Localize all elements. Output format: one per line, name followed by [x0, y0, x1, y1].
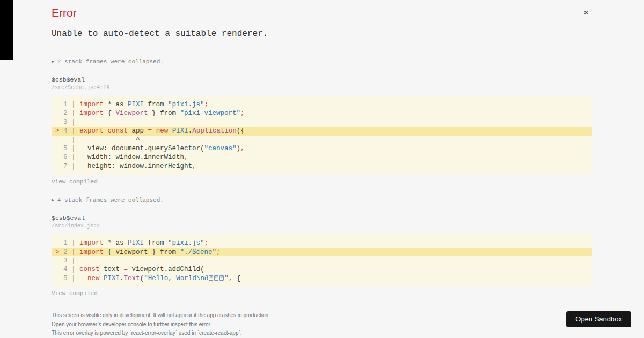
close-icon: × — [583, 8, 589, 18]
code-token: } from — [148, 109, 180, 117]
code-token: * as — [104, 239, 128, 247]
code-token: Application — [192, 127, 237, 135]
code-line: 3 | — [52, 256, 592, 265]
code-token: PIXI — [172, 127, 188, 135]
code-token: import — [79, 239, 104, 247]
code-token: import — [79, 248, 104, 256]
code-token: PIXI — [128, 101, 144, 108]
code-token: new — [87, 275, 100, 282]
frame-function-name: $csb$eval — [52, 76, 592, 83]
code-line: 1 | import * as PIXI from "pixi.js"; — [52, 100, 592, 109]
code-token: PIXI — [128, 239, 144, 247]
tofu-glyph: 8D — [219, 275, 224, 281]
code-token: "canvas" — [204, 145, 237, 152]
view-compiled-link-1[interactable]: View compiled — [52, 179, 98, 185]
code-token: 2 | — [63, 248, 79, 256]
code-token: PIXI — [104, 275, 120, 282]
code-line: 4 | const text = viewport.addChild( — [52, 265, 592, 274]
error-overlay: Error × Unable to auto-detect a suitable… — [0, 0, 644, 338]
code-token: Viewport — [116, 109, 148, 117]
code-token: from — [144, 239, 168, 247]
stack-frames-toggle-2[interactable]: ▶4 stack frames were collapsed. — [52, 197, 592, 203]
code-token: ; — [216, 248, 221, 256]
code-token — [104, 127, 108, 135]
code-token: ) — [237, 145, 241, 152]
collapse-arrow-icon: ▶ — [52, 197, 54, 202]
code-token: ({ — [237, 127, 245, 135]
stack-frames-toggle-label: 2 stack frames were collapsed. — [57, 58, 164, 65]
code-token: > — [55, 127, 63, 135]
view-compiled-link-2[interactable]: View compiled — [52, 290, 98, 297]
code-token: " — [224, 275, 229, 282]
code-token: , — [192, 163, 196, 170]
code-token: > — [55, 248, 63, 256]
close-button[interactable]: × — [581, 8, 591, 18]
code-token: . — [120, 275, 124, 282]
code-line: 7 | height: window.innerHeight, — [52, 162, 592, 171]
code-token: import — [79, 109, 104, 117]
divider — [52, 48, 592, 48]
open-sandbox-button[interactable]: Open Sandbox — [566, 311, 631, 327]
code-token: text — [100, 266, 124, 273]
error-message: Unable to auto-detect a suitable rendere… — [52, 29, 592, 39]
code-line: 1 | import * as PIXI from "pixi.js"; — [52, 239, 592, 247]
code-token: ; — [204, 239, 209, 247]
code-token — [152, 127, 156, 135]
code-token: 5 | — [55, 145, 79, 152]
code-token: ; — [204, 101, 209, 108]
code-token: * as — [104, 101, 128, 108]
code-token: = — [124, 266, 128, 273]
code-token: const — [79, 266, 100, 273]
code-token: { — [232, 275, 240, 282]
code-token: , — [240, 145, 245, 152]
code-token: { — [104, 109, 116, 117]
code-line: 2 | import { Viewport } from "pixi-viewp… — [52, 109, 592, 117]
code-line: 3 | — [52, 118, 592, 127]
frame-location: /src/index.js:2 — [52, 223, 592, 229]
code-token: ^ — [79, 136, 140, 144]
stack-frames-toggle-1[interactable]: ▶2 stack frames were collapsed. — [52, 58, 592, 65]
code-token: 7 | — [55, 163, 79, 170]
code-token: 4 | — [63, 127, 79, 135]
code-token: 2 | — [55, 109, 79, 117]
code-token: "pixi.js" — [168, 101, 204, 108]
code-token: export — [79, 127, 104, 135]
code-token: import — [79, 101, 104, 108]
stack-frames-toggle-label: 4 stack frames were collapsed. — [57, 197, 164, 203]
code-token — [100, 275, 104, 282]
code-token: ( — [140, 275, 144, 282]
code-token: 3 | — [55, 119, 79, 126]
code-token — [79, 275, 87, 282]
code-token: new — [156, 127, 169, 135]
code-token: viewport.addChild( — [128, 266, 204, 273]
footer: This screen is visible only in developme… — [52, 311, 592, 338]
code-token: "pixi.js" — [168, 239, 204, 247]
code-token: 3 | — [55, 257, 79, 264]
code-token: "Hello, World\nð — [144, 275, 208, 282]
tofu-glyph: 8C — [214, 275, 218, 281]
code-token: = — [148, 127, 152, 135]
code-token — [168, 127, 172, 135]
code-line: | ^ — [52, 136, 592, 144]
code-token: { viewport } from — [104, 248, 180, 256]
frame-function-name: $csb$eval — [52, 215, 592, 222]
code-token: ; — [240, 109, 245, 117]
code-token: width: window.innerWidth — [79, 153, 184, 161]
code-line: > 2 | import { viewport } from "./Scene"… — [52, 248, 592, 256]
code-token: "./Scene" — [180, 248, 217, 256]
footer-line-dev: This screen is visible only in developme… — [52, 311, 592, 320]
code-token: 1 | — [55, 101, 79, 108]
code-token: 1 | — [55, 239, 79, 247]
code-token: app — [128, 127, 148, 135]
code-token: | — [55, 136, 79, 144]
code-token: from — [144, 101, 168, 108]
footer-line-console: Open your browser’s developer console to… — [52, 320, 592, 329]
code-line: 6 | width: window.innerWidth, — [52, 153, 592, 161]
collapse-arrow-icon: ▶ — [52, 59, 54, 64]
code-token: 4 | — [55, 266, 79, 273]
error-title: Error — [52, 6, 592, 19]
frame-location: /src/Scene.js:4:19 — [52, 85, 592, 91]
code-token: , — [184, 153, 188, 161]
code-token: const — [108, 127, 128, 135]
code-token: view: document.querySelector( — [79, 145, 204, 152]
